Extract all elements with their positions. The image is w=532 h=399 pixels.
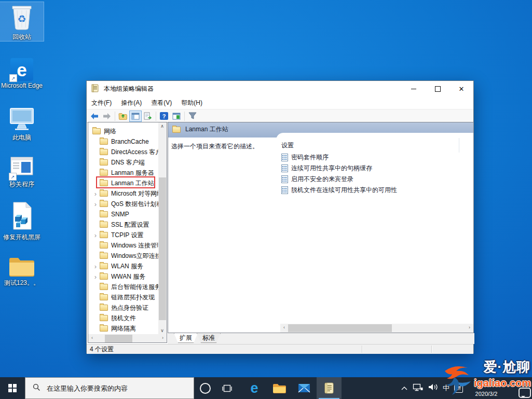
tree-item[interactable]: Windows 连接管理器 — [88, 240, 158, 251]
tree-item-network[interactable]: 网络 — [88, 126, 158, 136]
cortana-button[interactable] — [194, 377, 216, 399]
desktop-icon-recycle-bin[interactable]: ♻ 回收站 — [0, 2, 44, 41]
desktop-icon-registry-file[interactable]: 修复开机黑屏 — [0, 201, 44, 241]
settings-column-header[interactable]: 设置 — [281, 141, 294, 150]
tree-item[interactable]: 链路层拓扑发现 — [88, 292, 158, 302]
taskbar-gpedit-button[interactable] — [317, 377, 342, 399]
export-list-button[interactable] — [142, 111, 154, 122]
file-explorer-icon — [272, 383, 286, 394]
setting-item[interactable]: 启用不安全的来宾登录 — [281, 174, 353, 185]
menu-file[interactable]: 文件(F) — [87, 99, 116, 107]
app-shortcut-icon: ↗ — [10, 156, 34, 180]
title-bar[interactable]: 本地组策略编辑器 ✕ — [87, 81, 473, 97]
tree-item[interactable]: SSL 配置设置 — [88, 219, 158, 230]
tree-item[interactable]: ›WLAN 服务 — [88, 261, 158, 271]
scrollbar-thumb[interactable] — [105, 335, 132, 342]
tree-item[interactable]: ›TCPIP 设置 — [88, 230, 158, 240]
status-divider — [431, 346, 432, 353]
tree-item[interactable]: 后台智能传送服务 — [88, 282, 158, 292]
maximize-button[interactable] — [426, 81, 449, 97]
folder-icon — [100, 201, 108, 207]
filter-button[interactable] — [186, 111, 199, 122]
network-tray-button[interactable] — [413, 383, 423, 394]
show-hidden-icons-button[interactable] — [401, 383, 408, 393]
ime-language-indicator[interactable]: 中 — [443, 383, 449, 393]
parent-folder-icon — [118, 112, 128, 120]
tab-extended[interactable]: 扩展 — [174, 333, 198, 343]
desktop-icon-label: 回收站 — [12, 34, 31, 41]
show-console-tree-button[interactable] — [129, 111, 142, 122]
tree-item[interactable]: SNMP — [88, 209, 158, 219]
desktop-icon-app-shortcut[interactable]: ↗ 秒关程序 — [0, 156, 44, 188]
results-horizontal-scrollbar[interactable]: ‹ › — [280, 324, 473, 333]
scroll-left-icon[interactable]: ‹ — [280, 324, 288, 332]
registry-file-icon — [10, 201, 34, 232]
tab-standard[interactable]: 标准 — [197, 333, 221, 343]
parent-folder-button[interactable] — [117, 111, 129, 122]
desktop-icon-test-folder[interactable]: 测试123。。 — [0, 255, 44, 287]
taskbar-search[interactable] — [25, 377, 194, 399]
scrollbar-thumb[interactable] — [159, 177, 166, 320]
tree-item[interactable]: ›Microsoft 对等网络 — [88, 188, 158, 199]
status-divider — [362, 346, 363, 353]
ime-mode-icon[interactable]: 拼 — [454, 384, 463, 393]
shortcut-arrow-icon: ↗ — [9, 173, 17, 181]
tree-item[interactable]: 网络隔离 — [88, 323, 158, 334]
taskbar-explorer-button[interactable] — [267, 377, 292, 399]
tree-item[interactable]: Windows立即连接 — [88, 251, 158, 261]
desktop-icon-this-pc[interactable]: 此电脑 — [0, 107, 44, 142]
folder-icon — [100, 149, 108, 155]
chevron-right-icon[interactable]: › — [91, 231, 100, 239]
watermark-brand-text: 爱·尬聊 — [483, 358, 530, 376]
forward-button[interactable] — [101, 111, 113, 122]
minimize-button[interactable] — [402, 81, 426, 97]
taskbar-clock[interactable]: 2020/3/2 — [468, 377, 505, 399]
console-tree-pane: 网络 BranchCache DirectAccess 客户端 DNS 客户端 … — [88, 122, 167, 343]
scroll-right-icon[interactable]: › — [466, 324, 473, 332]
scroll-left-icon[interactable]: ‹ — [88, 334, 96, 342]
setting-item[interactable]: 脱机文件在连续可用性共享中的可用性 — [281, 185, 397, 196]
chevron-right-icon[interactable]: › — [91, 273, 100, 281]
taskbar-edge-button[interactable]: e — [242, 377, 267, 399]
volume-tray-button[interactable] — [428, 383, 438, 393]
setting-item[interactable]: 密码套件顺序 — [281, 152, 329, 163]
back-icon — [90, 112, 99, 120]
help-button[interactable]: ? — [158, 111, 170, 122]
tree-vertical-scrollbar[interactable]: ∧ ∨ — [158, 122, 167, 335]
desktop-icon-edge[interactable]: e ↗ Microsoft Edge — [0, 58, 44, 90]
scroll-down-icon[interactable]: ∨ — [158, 327, 166, 335]
back-button[interactable] — [88, 111, 101, 122]
folder-icon — [100, 222, 108, 228]
show-console-tree-icon — [131, 113, 140, 120]
scroll-right-icon[interactable]: › — [159, 334, 167, 342]
tree-item[interactable]: DirectAccess 客户端 — [88, 147, 158, 157]
chevron-right-icon[interactable]: › — [91, 200, 100, 208]
tree-item[interactable]: DNS 客户端 — [88, 157, 158, 168]
folder-icon — [100, 305, 108, 311]
close-button[interactable]: ✕ — [449, 81, 473, 97]
chevron-right-icon[interactable]: › — [91, 263, 100, 270]
tree-item[interactable]: 热点身份验证 — [88, 302, 158, 313]
start-button[interactable] — [0, 377, 25, 399]
taskbar: e — [0, 377, 532, 399]
tree-item[interactable]: BranchCache — [88, 136, 158, 147]
menu-view[interactable]: 查看(V) — [146, 99, 176, 107]
tree-item[interactable]: ›QoS 数据包计划程序 — [88, 199, 158, 209]
menu-help[interactable]: 帮助(H) — [176, 99, 207, 107]
tree-horizontal-scrollbar[interactable]: ‹ › — [88, 334, 167, 343]
scrollbar-thumb[interactable] — [288, 324, 392, 332]
search-input[interactable] — [46, 384, 178, 393]
task-view-button[interactable] — [216, 377, 238, 399]
setting-item[interactable]: 连续可用性共享中的句柄缓存 — [281, 163, 372, 174]
show-extended-pane-button[interactable] — [170, 111, 183, 122]
scroll-up-icon[interactable]: ∧ — [158, 122, 166, 130]
toolbar-separator — [156, 112, 156, 121]
folder-icon — [92, 128, 101, 134]
taskbar-mail-button[interactable] — [292, 377, 317, 399]
tree-item[interactable]: ›WWAN 服务 — [88, 271, 158, 282]
chevron-right-icon[interactable]: › — [91, 190, 100, 198]
toolbar: ? — [87, 109, 473, 123]
menu-action[interactable]: 操作(A) — [116, 99, 146, 107]
tree-item[interactable]: 脱机文件 — [88, 313, 158, 323]
speaker-icon — [428, 383, 438, 391]
